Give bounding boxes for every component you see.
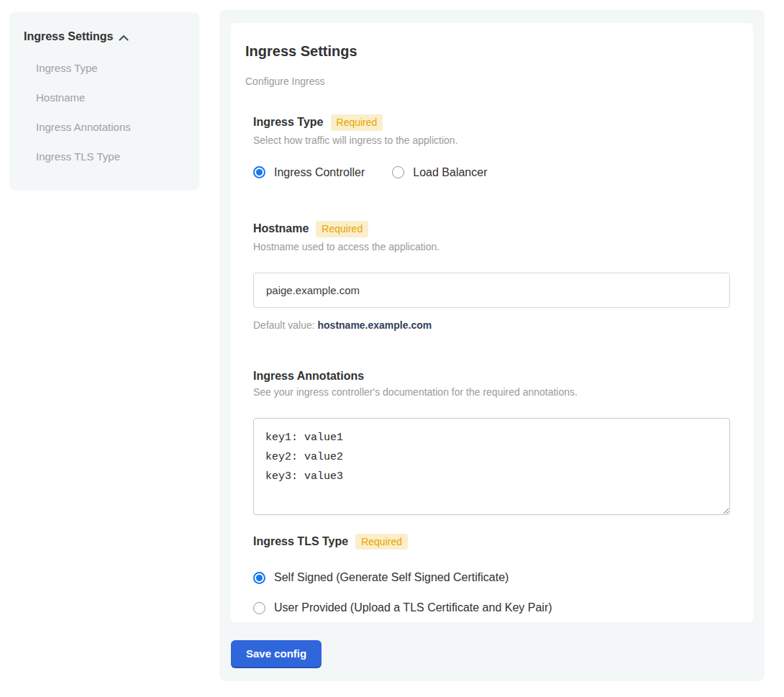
ingress-type-options: Ingress Controller Load Balancer [253,166,730,179]
radio-ingress-controller[interactable]: Ingress Controller [253,166,365,179]
tls-type-options: Self Signed (Generate Self Signed Certif… [253,571,730,614]
sidebar-item-list: Ingress Type Hostname Ingress Annotation… [24,62,185,163]
hostname-default-line: Default value: hostname.example.com [253,319,730,331]
field-ingress-type-help: Select how traffic will ingress to the a… [253,135,730,146]
chevron-up-icon [119,35,129,41]
hostname-default-value: hostname.example.com [318,319,432,331]
radio-label: Self Signed (Generate Self Signed Certif… [274,571,509,584]
config-nav-sidebar: Ingress Settings Ingress Type Hostname I… [9,12,199,191]
page-title: Ingress Settings [245,43,730,60]
page-subtitle: Configure Ingress [245,76,730,87]
sidebar-group-ingress-settings[interactable]: Ingress Settings [24,30,185,43]
field-ingress-tls-type: Ingress TLS Type Required Self Signed (G… [253,534,730,615]
radio-self-signed[interactable]: Self Signed (Generate Self Signed Certif… [253,571,730,584]
required-badge: Required [316,221,368,237]
radio-label: Load Balancer [413,166,487,179]
field-hostname-header: Hostname Required [253,221,730,237]
annotations-textarea[interactable]: key1: value1 key2: value2 key3: value3 [253,418,730,515]
radio-label: User Provided (Upload a TLS Certificate … [274,601,552,614]
required-badge: Required [355,534,408,550]
radio-unselected-icon [253,602,265,614]
field-ingress-type: Ingress Type Required Select how traffic… [253,114,730,179]
field-ingress-type-header: Ingress Type Required [253,114,730,131]
required-badge: Required [331,114,383,131]
radio-unselected-icon [392,166,404,178]
radio-selected-icon [253,572,265,584]
radio-user-provided[interactable]: User Provided (Upload a TLS Certificate … [253,601,730,614]
sidebar-item-ingress-tls-type[interactable]: Ingress TLS Type [36,150,185,163]
config-panel: Ingress Settings Configure Ingress Ingre… [219,10,765,681]
hostname-input[interactable] [253,273,730,308]
hostname-default-prefix: Default value: [253,319,318,331]
radio-label: Ingress Controller [274,166,365,179]
field-annotations-label: Ingress Annotations [253,370,364,383]
sidebar-item-hostname[interactable]: Hostname [36,91,185,104]
field-annotations-header: Ingress Annotations [253,370,730,383]
field-hostname-label: Hostname [253,222,309,235]
field-tls-label: Ingress TLS Type [253,535,348,548]
field-annotations-help: See your ingress controller's documentat… [253,386,730,398]
save-config-button[interactable]: Save config [231,640,322,667]
field-ingress-type-label: Ingress Type [253,116,324,129]
radio-selected-icon [253,166,265,178]
field-ingress-annotations: Ingress Annotations See your ingress con… [253,370,730,518]
radio-load-balancer[interactable]: Load Balancer [392,166,487,179]
sidebar-item-ingress-annotations[interactable]: Ingress Annotations [36,121,185,133]
field-hostname-help: Hostname used to access the application. [253,241,730,252]
sidebar-item-ingress-type[interactable]: Ingress Type [36,62,185,74]
sidebar-group-label: Ingress Settings [24,30,113,43]
config-card: Ingress Settings Configure Ingress Ingre… [231,23,753,622]
field-tls-header: Ingress TLS Type Required [253,534,730,550]
field-hostname: Hostname Required Hostname used to acces… [253,221,730,331]
config-page: Ingress Settings Ingress Type Hostname I… [0,0,784,697]
